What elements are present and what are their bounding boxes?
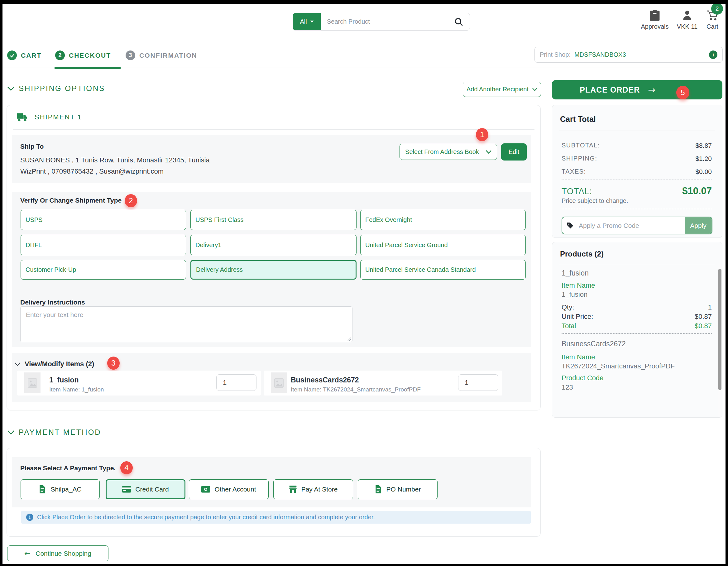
search-scope-dropdown[interactable]: All bbox=[293, 13, 321, 30]
nav-label: Approvals bbox=[641, 23, 669, 30]
item-qty-input[interactable]: 1 bbox=[216, 374, 256, 391]
print-shop-field[interactable]: Print Shop: MDSFSANDBOX3 i bbox=[534, 47, 723, 63]
total-row: TOTAL:$10.07 bbox=[562, 185, 712, 197]
promo-code-field: Apply a Promo Code Apply bbox=[562, 217, 712, 234]
place-order-button[interactable]: PLACE ORDER → bbox=[552, 80, 722, 99]
item-thumbnail bbox=[271, 372, 287, 393]
chevron-down-icon bbox=[15, 362, 20, 366]
continue-shopping-button[interactable]: ← Continue Shopping bbox=[7, 545, 108, 561]
info-icon[interactable]: i bbox=[709, 50, 717, 59]
unit-price-row: Unit Price:$0.87 bbox=[562, 313, 712, 321]
shipment-type-ups-ground[interactable]: United Parcel Service Ground bbox=[360, 235, 526, 255]
chevron-down-icon bbox=[7, 87, 14, 91]
shipment-type-ups-canada[interactable]: United Parcel Service Canada Standard bbox=[360, 260, 526, 280]
user-icon bbox=[682, 9, 693, 21]
add-another-recipient-button[interactable]: Add Another Recipient bbox=[463, 82, 541, 97]
shipment-type-dhfl[interactable]: DHFL bbox=[21, 235, 186, 255]
item-title: BusinessCards2672 bbox=[291, 376, 359, 384]
delivery-instructions-textarea[interactable]: Enter your text here bbox=[20, 306, 352, 342]
product-name: BusinessCards2672 bbox=[562, 340, 626, 348]
subtotal-row: SUBTOTAL:$8.87 bbox=[562, 142, 712, 149]
item-name-label: Item Name bbox=[562, 281, 595, 290]
nav-user[interactable]: VKK 11 bbox=[673, 9, 701, 30]
tag-icon bbox=[567, 222, 574, 229]
payment-po-number[interactable]: PO Number bbox=[358, 479, 438, 499]
page: All Search Product Approvals VKK 11 Cart… bbox=[2, 4, 726, 564]
item-thumbnail bbox=[24, 372, 41, 393]
payment-method-heading[interactable]: PAYMENT METHOD bbox=[7, 428, 101, 437]
shipping-row: SHIPPING:$1.20 bbox=[562, 155, 712, 162]
payment-shilpa-ac[interactable]: Shilpa_AC bbox=[21, 479, 100, 499]
document-icon bbox=[39, 485, 46, 493]
resize-handle[interactable] bbox=[347, 337, 351, 341]
view-modify-items-header[interactable]: View/Modify Items (2) bbox=[15, 360, 94, 368]
credit-card-icon bbox=[122, 486, 131, 493]
item-name-value: TK2672024_Smartcanvas_ProofPDF bbox=[562, 362, 675, 370]
search-button[interactable] bbox=[448, 13, 470, 30]
item-qty-input[interactable]: 1 bbox=[458, 374, 498, 391]
product-code-value: 123 bbox=[562, 383, 573, 391]
ship-to-address-line1: SUSAN BONES , 1 Tunis Row, Tunis, Monast… bbox=[20, 156, 210, 164]
payment-pay-at-store[interactable]: Pay At Store bbox=[273, 479, 353, 499]
money-icon bbox=[201, 486, 210, 493]
apply-promo-button[interactable]: Apply bbox=[685, 217, 712, 234]
shipment-title: SHIPMENT 1 bbox=[17, 112, 82, 122]
delivery-instructions-label: Delivery Instructions bbox=[20, 299, 85, 306]
store-icon bbox=[289, 486, 297, 493]
cart-item-1: 1_fusion Item Name: 1_fusion 1 bbox=[17, 371, 261, 396]
textarea-placeholder: Enter your text here bbox=[26, 311, 83, 319]
verify-shipment-type-label: Verify Or Change Shipment Type bbox=[20, 197, 122, 204]
shipment-type-usps[interactable]: USPS bbox=[21, 210, 186, 230]
product-total-row: Total$0.87 bbox=[562, 322, 712, 330]
active-step-underline bbox=[55, 67, 121, 69]
chevron-down-icon bbox=[310, 21, 314, 23]
search-input[interactable]: Search Product bbox=[321, 13, 448, 30]
item-name: Item Name: TK2672024_Smartcanvas_ProofPD… bbox=[291, 386, 421, 393]
item-title: 1_fusion bbox=[49, 376, 79, 384]
nav-label: Cart bbox=[706, 23, 718, 30]
select-payment-type-label: Please Select A Payment Type. bbox=[20, 464, 116, 472]
qty-row: Qty:1 bbox=[562, 303, 712, 311]
products-scrollbar[interactable] bbox=[718, 264, 721, 417]
select-address-book-dropdown[interactable]: Select From Address Book bbox=[400, 144, 497, 160]
tutorial-badge-3: 3 bbox=[107, 357, 120, 370]
print-shop-value: MDSFSANDBOX3 bbox=[574, 51, 626, 58]
shipment-type-customer-pickup[interactable]: Customer Pick-Up bbox=[21, 260, 186, 280]
info-icon: i bbox=[26, 514, 33, 521]
arrow-right-icon: → bbox=[648, 85, 655, 95]
step-checkout[interactable]: 2 CHECKOUT bbox=[55, 50, 111, 60]
payment-credit-card[interactable]: Credit Card bbox=[106, 479, 185, 499]
promo-code-input[interactable]: Apply a Promo Code bbox=[562, 217, 685, 234]
print-shop-label: Print Shop: bbox=[540, 51, 571, 58]
nav-approvals[interactable]: Approvals bbox=[639, 9, 670, 30]
step-confirmation: 3 CONFIRMATION bbox=[126, 50, 197, 60]
tutorial-badge-2: 2 bbox=[125, 194, 137, 207]
ship-to-label: Ship To bbox=[20, 143, 44, 150]
item-name-label: Item Name bbox=[562, 353, 595, 361]
check-icon bbox=[7, 50, 17, 60]
taxes-row: TAXES:$0.00 bbox=[562, 168, 712, 175]
clipboard-icon bbox=[649, 9, 660, 21]
chevron-down-icon bbox=[486, 150, 491, 154]
edit-address-button[interactable]: Edit bbox=[501, 143, 527, 161]
payment-note: i Click Place Order to be directed to th… bbox=[21, 511, 531, 524]
cart-total-title: Cart Total bbox=[560, 115, 596, 124]
shipment-type-delivery-address[interactable]: Delivery Address bbox=[190, 260, 357, 280]
nav-label: VKK 11 bbox=[677, 23, 697, 30]
tutorial-badge-4: 4 bbox=[120, 461, 133, 474]
product-code-label: Product Code bbox=[562, 374, 604, 382]
ship-to-address-line2: WizPrint , 07098765432 , Susan@wizprint.… bbox=[20, 167, 164, 175]
product-name: 1_fusion bbox=[562, 269, 589, 277]
cart-item-2: BusinessCards2672 Item Name: TK2672024_S… bbox=[264, 371, 502, 396]
shipment-type-delivery1[interactable]: Delivery1 bbox=[190, 235, 357, 255]
shipment-type-fedex-overnight[interactable]: FedEx Overnight bbox=[360, 210, 526, 230]
step-cart[interactable]: CART bbox=[7, 50, 41, 60]
price-note: Price subject to change. bbox=[562, 197, 628, 204]
products-title: Products (2) bbox=[560, 250, 604, 258]
item-name: Item Name: 1_fusion bbox=[49, 386, 104, 393]
shipment-type-usps-first-class[interactable]: USPS First Class bbox=[190, 210, 357, 230]
payment-other-account[interactable]: Other Account bbox=[189, 479, 269, 499]
item-name-value: 1_fusion bbox=[562, 290, 587, 299]
chevron-down-icon bbox=[7, 430, 14, 434]
shipping-options-heading[interactable]: SHIPPING OPTIONS bbox=[7, 84, 105, 93]
